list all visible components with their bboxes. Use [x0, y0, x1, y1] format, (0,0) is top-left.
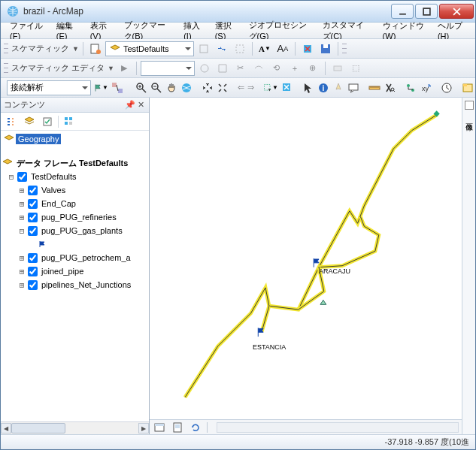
- next-extent-button[interactable]: ⇒: [247, 80, 255, 96]
- zoom-in-button[interactable]: [135, 80, 148, 96]
- toc-layer-testdefaults[interactable]: ⊟TestDefaults: [1, 170, 149, 183]
- find-button[interactable]: [383, 80, 396, 96]
- select-features-button[interactable]: ▼: [262, 80, 279, 96]
- toc-scroll-thumb[interactable]: [11, 423, 65, 433]
- trace-flag-button[interactable]: ▼: [92, 80, 109, 96]
- close-button[interactable]: [439, 4, 474, 19]
- toc-layer-gasplants[interactable]: ⊟pug_PUG_gas_plants: [1, 224, 149, 237]
- trace-task-combo[interactable]: 接続解析: [7, 80, 91, 95]
- svg-rect-44: [69, 117, 72, 120]
- map-tabs: [150, 419, 462, 434]
- goto-xy-button[interactable]: xy: [419, 80, 432, 96]
- toc-cb-junctions[interactable]: [28, 280, 38, 290]
- toc-panel: コンテンツ 📌 ✕ Geography データ フレーム Tes: [1, 98, 150, 434]
- label-bold-button[interactable]: A▼: [256, 41, 273, 57]
- svg-line-29: [394, 90, 396, 92]
- hyperlink-button[interactable]: [332, 80, 345, 96]
- editor-btn-7[interactable]: +: [287, 60, 303, 77]
- schematic-btn-3[interactable]: [232, 41, 248, 57]
- toc-list-selection-button[interactable]: [62, 114, 77, 129]
- minimize-button[interactable]: [391, 4, 414, 19]
- map-marker: [320, 300, 326, 304]
- editor-btn-4[interactable]: ✂: [232, 60, 249, 77]
- schematic-layer-combo[interactable]: TestDefaults: [105, 41, 194, 56]
- toc-scroll-right[interactable]: ▶: [138, 423, 149, 433]
- map-svg: [150, 98, 462, 419]
- right-dock-icon[interactable]: [465, 101, 474, 110]
- toc-layer-joinedpipe[interactable]: ⊞joined_pipe: [1, 264, 149, 278]
- map-canvas[interactable]: ARACAJU ESTANCIA: [150, 98, 462, 419]
- catalog-button[interactable]: [461, 80, 474, 96]
- toc-cb-valves[interactable]: [28, 186, 38, 195]
- svg-point-30: [407, 84, 410, 87]
- prev-extent-button[interactable]: ⇐: [237, 80, 245, 96]
- time-slider-button[interactable]: [440, 80, 453, 96]
- map-hscrollbar[interactable]: [217, 422, 459, 433]
- full-extent-button[interactable]: [180, 80, 193, 96]
- toc-symbol-gasplants: [1, 237, 149, 251]
- toc-list-source-button[interactable]: [22, 114, 37, 129]
- layout-view-tab[interactable]: [171, 421, 184, 433]
- pan-button[interactable]: [165, 80, 178, 96]
- editor-btn-1[interactable]: ▶: [116, 60, 132, 77]
- zoom-fixed-out-button[interactable]: [216, 80, 229, 96]
- maximize-button[interactable]: [415, 4, 438, 19]
- editor-btn-5[interactable]: [250, 60, 267, 77]
- schematic-propagate-button[interactable]: [214, 41, 230, 57]
- toc-cb-endcap[interactable]: [28, 199, 38, 209]
- toc-list-visibility-button[interactable]: [40, 114, 55, 129]
- toc-tree: Geography データ フレーム TestDefaults ⊟TestDef…: [1, 131, 149, 421]
- svg-rect-2: [423, 8, 430, 15]
- svg-point-39: [12, 118, 14, 119]
- schematic-btn-1[interactable]: [196, 41, 212, 57]
- trace-solve-button[interactable]: [111, 80, 124, 96]
- toc-layer-refineries[interactable]: ⊞pug_PUG_refineries: [1, 210, 149, 224]
- editor-btn-9[interactable]: [329, 60, 346, 77]
- toc-scroll-left[interactable]: ◀: [1, 423, 11, 433]
- html-popup-button[interactable]: [347, 80, 360, 96]
- toc-dataframe-item[interactable]: データ フレーム TestDefaults: [1, 156, 149, 170]
- refresh-button[interactable]: [189, 421, 202, 433]
- status-coords: -37.918 -9.857 度(10進: [384, 436, 469, 448]
- toc-list-drawing-button[interactable]: [4, 114, 19, 129]
- toolbar-editor-label: スケマティック エディタ: [11, 62, 105, 74]
- svg-point-41: [12, 124, 14, 125]
- editor-btn-10[interactable]: ⬚: [347, 60, 364, 77]
- svg-rect-5: [200, 45, 208, 53]
- svg-rect-6: [236, 45, 244, 53]
- toc-header: コンテンツ 📌 ✕: [1, 98, 149, 113]
- find-route-button[interactable]: [404, 80, 417, 96]
- toc-cb-testdefaults[interactable]: [17, 172, 27, 182]
- measure-button[interactable]: [368, 80, 381, 96]
- toc-layer-petrochem[interactable]: ⊞pug_PUG_petrochem_a: [1, 251, 149, 264]
- schematic-clear-button[interactable]: [299, 41, 316, 57]
- clear-selection-button[interactable]: [280, 80, 294, 96]
- toc-cb-refineries[interactable]: [28, 213, 38, 222]
- editor-combo[interactable]: [141, 61, 195, 76]
- toc-cb-joinedpipe[interactable]: [28, 267, 38, 276]
- schematic-save-button[interactable]: [317, 41, 334, 57]
- schematic-new-button[interactable]: [87, 41, 104, 57]
- data-view-tab[interactable]: [153, 421, 166, 433]
- toc-cb-gasplants[interactable]: [28, 226, 38, 236]
- toc-layer-endcap[interactable]: ⊞End_Cap: [1, 197, 149, 210]
- editor-btn-6[interactable]: ⟲: [268, 60, 285, 77]
- editor-btn-2[interactable]: [196, 60, 213, 77]
- svg-point-10: [201, 65, 208, 72]
- pointer-button[interactable]: [302, 80, 315, 96]
- toc-hscrollbar[interactable]: ◀ ▶: [1, 421, 149, 434]
- map-label-aracaju: ARACAJU: [319, 267, 350, 275]
- zoom-fixed-in-button[interactable]: [201, 80, 214, 96]
- editor-btn-3[interactable]: [214, 60, 231, 77]
- zoom-out-button[interactable]: [150, 80, 163, 96]
- toc-close-button[interactable]: ✕: [135, 100, 146, 110]
- right-dock-tab[interactable]: 画像: [462, 113, 476, 122]
- toc-cb-petrochem[interactable]: [28, 253, 38, 263]
- toc-geography-item[interactable]: Geography: [1, 132, 149, 146]
- identify-button[interactable]: i: [317, 80, 330, 96]
- toc-layer-valves[interactable]: ⊞Valves: [1, 183, 149, 197]
- toc-layer-junctions[interactable]: ⊞pipelines_Net_Junctions: [1, 278, 149, 291]
- editor-btn-8[interactable]: ⊕: [305, 60, 321, 77]
- toc-pin-button[interactable]: 📌: [125, 100, 135, 110]
- label-size-button[interactable]: AA: [274, 41, 291, 57]
